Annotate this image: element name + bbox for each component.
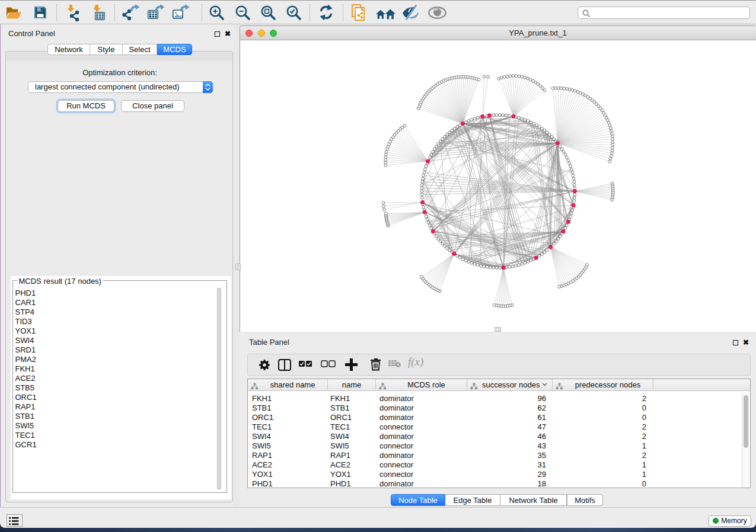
- svg-text:f(x): f(x): [408, 356, 423, 368]
